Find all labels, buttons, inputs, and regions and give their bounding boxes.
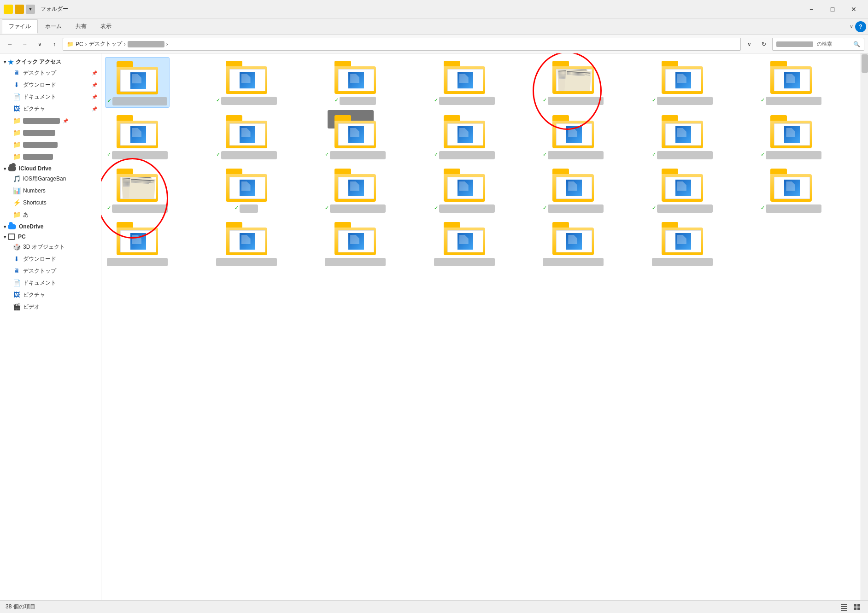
app-icon-quick (4, 5, 13, 14)
refresh-button[interactable]: ↻ (757, 38, 770, 51)
sidebar-item-download[interactable]: ⬇ ダウンロード 📌 (0, 79, 101, 91)
sidebar-item-docs-pc[interactable]: 📄 ドキュメント (0, 277, 101, 289)
shortcuts-icon: ⚡ (13, 199, 20, 206)
folder-item[interactable]: ✓ (105, 111, 170, 161)
maximize-button[interactable]: □ (822, 2, 843, 17)
folder-item[interactable] (105, 218, 170, 268)
folder-item[interactable]: ✓ (650, 111, 715, 161)
tab-share[interactable]: 共有 (69, 20, 93, 33)
folder-item[interactable]: ✓ (432, 111, 497, 161)
sidebar-item-desktop[interactable]: 🖥 デスクトップ 📌 (0, 67, 101, 79)
folder-name-blurred (330, 151, 386, 159)
status-right (839, 601, 862, 613)
onedrive-header[interactable]: ▾ OneDrive (0, 221, 101, 231)
folder-icon (334, 115, 376, 148)
folder-item[interactable] (541, 218, 605, 268)
recent-button[interactable]: ∨ (33, 38, 46, 51)
sync-badge: ✓ (543, 152, 547, 158)
folder-name-blurred (766, 151, 821, 159)
sidebar-item-a[interactable]: 📁 あ (0, 209, 101, 221)
folder-item-newspaper-top[interactable]: ↪ (541, 57, 605, 108)
folder-item[interactable]: ✓ (214, 111, 279, 161)
title-bar-icon3: ▼ (26, 5, 35, 14)
folder-item[interactable]: ✓ (541, 111, 605, 161)
folder-item[interactable]: ✓ (759, 165, 823, 215)
folder-item-newspaper-bottom[interactable]: ✓ (105, 165, 170, 215)
address-dropdown-button[interactable]: ∨ (743, 38, 756, 51)
sidebar-item-documents[interactable]: 📄 ドキュメント 📌 (0, 91, 101, 103)
desktop-icon: 🖥 (13, 69, 20, 76)
sidebar-item-custom1[interactable]: 📁 📌 (0, 115, 101, 127)
folder-item[interactable]: ✓ (759, 57, 823, 108)
sidebar-item-shortcuts[interactable]: ⚡ Shortcuts (0, 197, 101, 209)
sidebar-item-pics-pc[interactable]: 🖼 ピクチャ (0, 289, 101, 301)
folder-item[interactable]: ✓ (432, 57, 497, 108)
folder-item[interactable]: ✓ (214, 165, 279, 215)
forward-button[interactable]: → (18, 38, 31, 51)
ribbon-right: ∨ ? (850, 21, 866, 32)
folder-item[interactable]: ✓ (105, 57, 170, 108)
search-box[interactable]: の検索 🔍 (772, 38, 864, 51)
folder-item[interactable]: ✓ (650, 57, 715, 108)
folder-item[interactable]: ✓ (541, 165, 605, 215)
sync-badge: ✓ (543, 205, 547, 211)
sidebar-item-custom3[interactable]: 📁 (0, 139, 101, 151)
pc-header[interactable]: ▾ PC (0, 231, 101, 241)
up-button[interactable]: ↑ (48, 38, 61, 51)
pictures-icon: 🖼 (13, 105, 20, 112)
title-bar: ▼ フォルダー − □ ✕ (0, 0, 868, 18)
ribbon-expand-icon[interactable]: ∨ (850, 23, 853, 29)
tab-file[interactable]: ファイル (2, 19, 38, 34)
sidebar-item-desktop-pc[interactable]: 🖥 デスクトップ (0, 265, 101, 277)
folder-item[interactable]: ✓ (650, 165, 715, 215)
folder-name-blurred (652, 258, 713, 266)
scrollbar-track[interactable] (861, 53, 868, 600)
path-current (128, 41, 164, 47)
folder-item[interactable] (323, 218, 387, 268)
folder-item[interactable]: ✓ (323, 57, 387, 108)
path-pc: PC (76, 41, 83, 47)
sidebar-item-custom4[interactable]: 📁 (0, 151, 101, 163)
sidebar-item-garageband[interactable]: 🎵 iOS用GarageBan (0, 173, 101, 185)
sync-badge: ✓ (652, 152, 656, 158)
svg-rect-7 (857, 607, 860, 610)
folder-item[interactable]: ✓ (432, 165, 497, 215)
folder-item[interactable]: ✓ (323, 111, 387, 161)
folder-name-blurred (657, 204, 713, 213)
icloud-header[interactable]: ▾ iCloud Drive (0, 163, 101, 173)
folder-icon (444, 169, 485, 202)
folder-item[interactable] (214, 218, 279, 268)
folder-item[interactable]: ✓ (323, 165, 387, 215)
sidebar-item-downloads-pc[interactable]: ⬇ ダウンロード (0, 253, 101, 265)
help-button[interactable]: ? (855, 21, 866, 32)
folder-item[interactable] (650, 218, 715, 268)
pc-icon (8, 234, 15, 240)
item-count: 38 個の項目 (6, 603, 35, 611)
close-button[interactable]: ✕ (843, 2, 864, 17)
folder-item[interactable] (432, 218, 497, 268)
sidebar-item-numbers[interactable]: 📊 Numbers (0, 185, 101, 197)
address-path[interactable]: 📁 PC › デスクトップ › › (63, 38, 741, 51)
window-title: フォルダー (41, 5, 68, 13)
folder-icon (770, 61, 812, 94)
sidebar-item-3d[interactable]: 🎲 3D オブジェクト (0, 241, 101, 253)
folder-item[interactable]: ✓ (214, 57, 279, 108)
svg-rect-0 (841, 604, 847, 605)
quick-access-header[interactable]: ▾ ★ クイック アクセス (0, 55, 101, 67)
pc-arrow: ▾ (4, 234, 6, 239)
sidebar-item-video[interactable]: 🎬 ビデオ (0, 301, 101, 313)
sidebar-item-pictures[interactable]: 🖼 ピクチャ 📌 (0, 103, 101, 115)
folder-name-blurred (439, 204, 495, 213)
grid-view-button[interactable] (851, 601, 862, 613)
list-view-icon (840, 603, 848, 611)
sync-badge: ✓ (434, 97, 438, 103)
minimize-button[interactable]: − (801, 2, 822, 17)
sidebar-item-custom2[interactable]: 📁 (0, 127, 101, 139)
folder-item[interactable]: ✓ (759, 111, 823, 161)
scrollbar-thumb[interactable] (862, 54, 868, 73)
tab-home[interactable]: ホーム (39, 20, 68, 33)
list-view-button[interactable] (839, 601, 850, 613)
back-button[interactable]: ← (4, 38, 17, 51)
folder-icon (334, 222, 376, 255)
tab-view[interactable]: 表示 (94, 20, 118, 33)
